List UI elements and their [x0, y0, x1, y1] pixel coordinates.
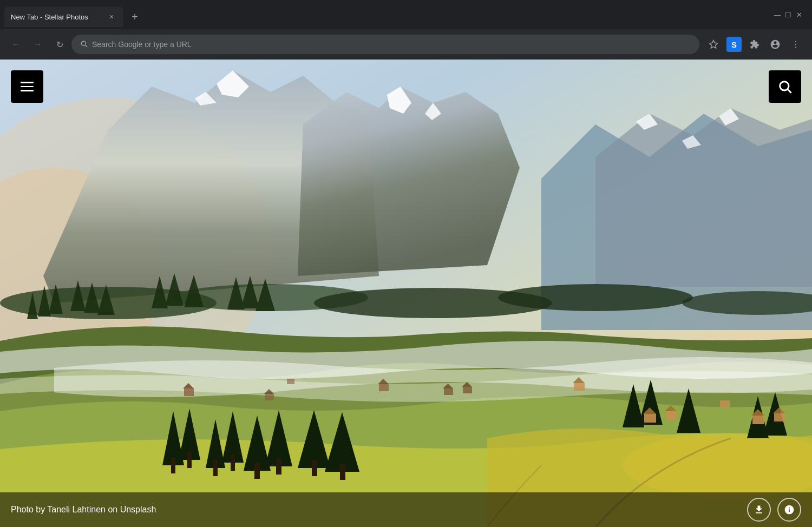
- svg-point-0: [81, 41, 86, 45]
- svg-line-82: [788, 89, 791, 93]
- svg-rect-49: [276, 458, 281, 475]
- active-tab[interactable]: New Tab - Stellar Photos ×: [4, 6, 123, 27]
- forward-button[interactable]: →: [28, 35, 48, 54]
- svg-marker-17: [298, 87, 520, 276]
- chrome-menu-button[interactable]: [786, 35, 806, 54]
- svg-rect-39: [171, 457, 175, 473]
- close-button[interactable]: ✕: [795, 10, 803, 19]
- search-icon: [80, 40, 88, 49]
- svg-rect-79: [287, 379, 294, 384]
- svg-rect-63: [379, 384, 389, 391]
- svg-point-3: [795, 41, 796, 42]
- menu-button[interactable]: [11, 70, 43, 103]
- maximize-button[interactable]: ☐: [784, 10, 793, 19]
- svg-rect-51: [312, 460, 317, 476]
- new-tab-button[interactable]: +: [126, 8, 144, 26]
- download-icon: [754, 504, 764, 515]
- svg-rect-71: [644, 414, 656, 423]
- svg-rect-80: [720, 400, 730, 407]
- svg-rect-69: [574, 383, 585, 391]
- svg-point-81: [780, 82, 789, 90]
- back-button[interactable]: ←: [6, 35, 26, 54]
- info-icon: [784, 504, 795, 515]
- background-landscape: [0, 60, 812, 527]
- search-button[interactable]: [769, 70, 801, 103]
- svg-rect-77: [774, 413, 785, 421]
- bookmark-button[interactable]: [704, 35, 723, 54]
- tab-close-button[interactable]: ×: [106, 11, 117, 22]
- svg-rect-59: [184, 388, 194, 396]
- hamburger-icon: [21, 82, 34, 91]
- photo-credit: Photo by Taneli Lahtinen on Unsplash: [11, 505, 747, 515]
- stellar-extension-button[interactable]: S: [724, 35, 744, 54]
- svg-rect-73: [666, 411, 677, 419]
- browser-chrome: New Tab - Stellar Photos × + — ☐ ✕ ← → ↻…: [0, 0, 812, 60]
- search-icon: [777, 79, 793, 94]
- svg-point-23: [498, 284, 693, 311]
- address-bar[interactable]: Search Google or type a URL: [71, 35, 699, 54]
- svg-rect-65: [444, 388, 453, 395]
- svg-rect-61: [265, 394, 274, 400]
- svg-point-4: [795, 44, 796, 45]
- omnibox-placeholder: Search Google or type a URL: [92, 40, 691, 49]
- bottom-bar: Photo by Taneli Lahtinen on Unsplash: [0, 492, 812, 527]
- info-button[interactable]: [777, 498, 801, 522]
- toolbar-icons: S: [704, 35, 806, 54]
- svg-rect-67: [463, 387, 472, 393]
- download-button[interactable]: [747, 498, 771, 522]
- profile-button[interactable]: [765, 35, 785, 54]
- svg-point-5: [795, 47, 796, 48]
- nav-bar: ← → ↻ Search Google or type a URL S: [0, 29, 812, 60]
- svg-rect-53: [340, 464, 345, 480]
- stellar-icon: S: [726, 37, 742, 52]
- minimize-button[interactable]: —: [773, 10, 782, 19]
- svg-rect-47: [254, 463, 260, 479]
- tab-title: New Tab - Stellar Photos: [11, 13, 102, 21]
- new-tab-page: Photo by Taneli Lahtinen on Unsplash: [0, 60, 812, 527]
- svg-marker-2: [710, 41, 718, 48]
- svg-rect-75: [752, 416, 764, 424]
- extensions-button[interactable]: [745, 35, 764, 54]
- svg-rect-45: [231, 454, 235, 471]
- window-controls: — ☐ ✕: [773, 10, 808, 23]
- svg-rect-41: [187, 452, 192, 468]
- tab-bar: New Tab - Stellar Photos × + — ☐ ✕: [0, 0, 812, 29]
- svg-marker-10: [595, 108, 812, 287]
- bottom-actions: [747, 498, 801, 522]
- svg-rect-43: [213, 460, 218, 476]
- svg-line-1: [86, 45, 87, 47]
- reload-button[interactable]: ↻: [50, 35, 69, 54]
